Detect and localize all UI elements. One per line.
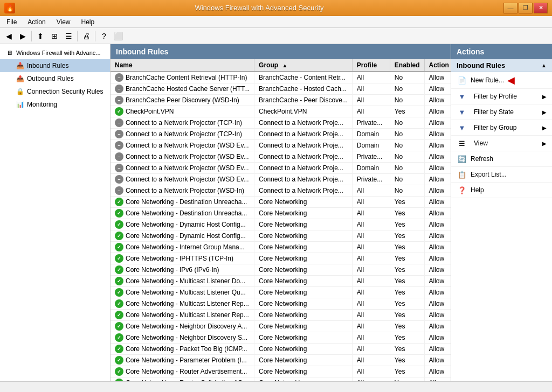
table-row[interactable]: Core Networking - Multicast Listener Rep…: [111, 310, 451, 321]
col-group[interactable]: Group ▲: [254, 59, 353, 72]
rule-action: Allow: [424, 106, 451, 117]
rule-name-cell: Core Networking - IPv6 (IPv6-In): [111, 264, 254, 276]
rule-group: Core Networking: [254, 197, 353, 208]
table-row[interactable]: Connect to a Network Projector (WSD Ev..…: [111, 163, 451, 174]
rule-group: BranchCache - Hosted Cach...: [254, 83, 353, 95]
table-row[interactable]: Core Networking - Multicast Listener Do.…: [111, 276, 451, 287]
action-new-rule[interactable]: 📄 New Rule... ◀: [451, 72, 552, 89]
rule-name-cell: Core Networking - Multicast Listener Rep…: [111, 310, 254, 321]
minimize-button[interactable]: —: [503, 3, 518, 13]
table-row[interactable]: Core Networking - Parameter Problem (I..…: [111, 355, 451, 366]
action-filter-group[interactable]: ▼ Filter by Group ▶: [451, 120, 552, 136]
table-row[interactable]: Core Networking - IPv6 (IPv6-In)Core Net…: [111, 264, 451, 276]
table-row[interactable]: Connect to a Network Projector (TCP-In)C…: [111, 129, 451, 140]
menu-help[interactable]: Help: [77, 17, 99, 27]
table-row[interactable]: Core Networking - Dynamic Host Config...…: [111, 230, 451, 242]
rule-name: Core Networking - Dynamic Host Config...: [126, 221, 246, 228]
nav-root[interactable]: 🖥 Windows Firewall with Advanc...: [0, 46, 110, 59]
toolbar-print[interactable]: 🖨: [80, 30, 93, 43]
rule-action: Allow: [424, 321, 451, 332]
rule-enabled: No: [390, 185, 424, 197]
col-enabled[interactable]: Enabled: [390, 59, 424, 72]
sub-header-arrow: ▲: [541, 62, 547, 68]
rule-action: Allow: [424, 129, 451, 140]
toolbar-back[interactable]: ◀: [2, 30, 15, 43]
table-row[interactable]: Connect to a Network Projector (TCP-In)C…: [111, 117, 451, 129]
actions-sub-header: Inbound Rules ▲: [451, 59, 552, 72]
rule-enabled: Yes: [390, 298, 424, 310]
rule-name-cell: Connect to a Network Projector (WSD Ev..…: [111, 151, 254, 163]
rule-profile: All: [352, 298, 390, 310]
toolbar-help[interactable]: ?: [98, 30, 111, 43]
close-button[interactable]: ✕: [534, 3, 548, 13]
rule-name-cell: Connect to a Network Projector (WSD Ev..…: [111, 163, 254, 174]
table-row[interactable]: Core Networking - Router Solicitation (I…: [111, 377, 451, 382]
nav-outbound-rules[interactable]: 📤 Outbound Rules: [0, 72, 110, 85]
rule-name: Connect to a Network Projector (WSD Ev..…: [126, 176, 249, 183]
table-row[interactable]: Connect to a Network Projector (WSD-In)C…: [111, 185, 451, 197]
help-icon: ❓: [457, 185, 467, 195]
table-row[interactable]: Core Networking - Neighbor Discovery S..…: [111, 332, 451, 344]
table-row[interactable]: Core Networking - Destination Unreacha..…: [111, 208, 451, 219]
nav-monitoring[interactable]: 📊 Monitoring: [0, 98, 110, 111]
rule-enabled: No: [390, 163, 424, 174]
rule-action: Allow: [424, 95, 451, 106]
table-row[interactable]: Connect to a Network Projector (WSD Ev..…: [111, 151, 451, 163]
rule-status-icon: [115, 345, 123, 353]
table-row[interactable]: Connect to a Network Projector (WSD Ev..…: [111, 174, 451, 185]
action-export-list[interactable]: 📋 Export List...: [451, 167, 552, 183]
rule-group: Core Networking: [254, 366, 353, 377]
nav-pane: 🖥 Windows Firewall with Advanc... 📥 Inbo…: [0, 44, 111, 381]
rules-table[interactable]: Name Group ▲ Profile Enabled Action Bran…: [111, 59, 451, 381]
rule-group: Core Networking: [254, 321, 353, 332]
table-row[interactable]: Core Networking - Destination Unreacha..…: [111, 197, 451, 208]
rule-name-cell: Core Networking - Multicast Listener Qu.…: [111, 287, 254, 298]
rule-profile: All: [352, 276, 390, 287]
rule-status-icon: [115, 333, 123, 342]
toolbar-show-hide[interactable]: ⊞: [48, 30, 61, 43]
action-filter-profile[interactable]: ▼ Filter by Profile ▶: [451, 89, 552, 104]
table-row[interactable]: Core Networking - Multicast Listener Rep…: [111, 298, 451, 310]
rule-group: Connect to a Network Proje...: [254, 140, 353, 151]
action-view[interactable]: ☰ View ▶: [451, 136, 552, 151]
table-row[interactable]: Core Networking - Neighbor Discovery A..…: [111, 321, 451, 332]
restore-button[interactable]: ❐: [519, 3, 533, 13]
table-row[interactable]: Core Networking - IPHTTPS (TCP-In)Core N…: [111, 253, 451, 264]
col-profile[interactable]: Profile: [352, 59, 390, 72]
action-help[interactable]: ❓ Help: [451, 183, 552, 198]
table-row[interactable]: BranchCache Hosted Cache Server (HTT...B…: [111, 83, 451, 95]
monitoring-icon: 📊: [15, 100, 25, 109]
rule-action: Allow: [424, 185, 451, 197]
col-action[interactable]: Action: [424, 59, 451, 72]
rule-status-icon: [115, 243, 123, 251]
nav-connection-security[interactable]: 🔒 Connection Security Rules: [0, 85, 110, 98]
table-row[interactable]: Core Networking - Dynamic Host Config...…: [111, 219, 451, 230]
toolbar-properties[interactable]: ⬜: [112, 30, 125, 43]
content-header: Inbound Rules: [111, 44, 451, 59]
table-row[interactable]: CheckPoint.VPNCheckPoint.VPNAllYesAllow: [111, 106, 451, 117]
table-row[interactable]: Core Networking - Internet Group Mana...…: [111, 242, 451, 253]
rule-name: Core Networking - IPv6 (IPv6-In): [126, 266, 219, 274]
action-refresh[interactable]: 🔄 Refresh: [451, 151, 552, 167]
table-row[interactable]: Core Networking - Packet Too Big (ICMP..…: [111, 344, 451, 355]
table-row[interactable]: BranchCache Peer Discovery (WSD-In)Branc…: [111, 95, 451, 106]
new-rule-icon: 📄: [457, 75, 467, 86]
rule-group: Core Networking: [254, 230, 353, 242]
table-row[interactable]: Core Networking - Multicast Listener Qu.…: [111, 287, 451, 298]
table-row[interactable]: Core Networking - Router Advertisement..…: [111, 366, 451, 377]
rule-name: Core Networking - Dynamic Host Config...: [126, 232, 246, 240]
menu-file[interactable]: File: [2, 17, 21, 27]
menu-action[interactable]: Action: [23, 17, 50, 27]
toolbar-forward[interactable]: ▶: [16, 30, 29, 43]
action-filter-state[interactable]: ▼ Filter by State ▶: [451, 104, 552, 120]
toolbar-list[interactable]: ☰: [62, 30, 75, 43]
nav-inbound-rules[interactable]: 📥 Inbound Rules: [0, 59, 110, 72]
table-row[interactable]: Connect to a Network Projector (WSD Ev..…: [111, 140, 451, 151]
rule-enabled: Yes: [390, 321, 424, 332]
col-name[interactable]: Name: [111, 59, 254, 72]
table-row[interactable]: BranchCache Content Retrieval (HTTP-In)B…: [111, 72, 451, 83]
rule-name: Connect to a Network Projector (WSD Ev..…: [126, 142, 249, 149]
menu-view[interactable]: View: [52, 17, 75, 27]
rule-action: Allow: [424, 140, 451, 151]
toolbar-up[interactable]: ⬆: [34, 30, 47, 43]
